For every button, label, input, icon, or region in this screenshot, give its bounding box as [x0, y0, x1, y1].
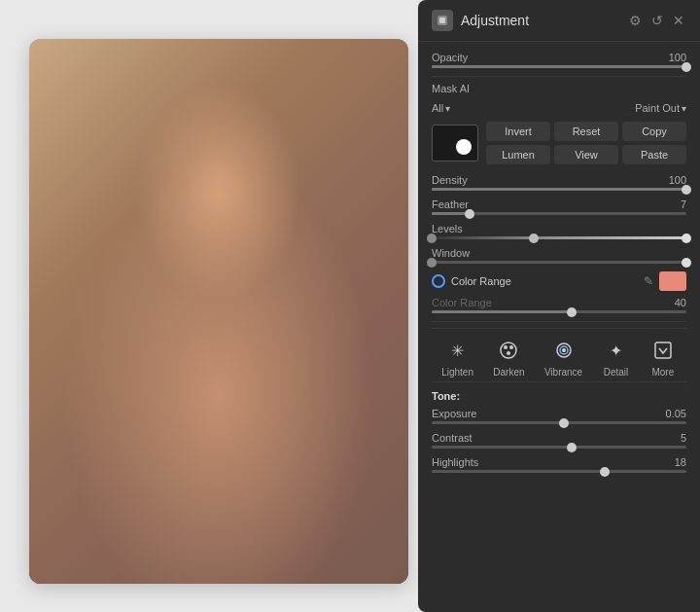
contrast-header: Contrast 5	[432, 432, 686, 444]
feather-thumb[interactable]	[465, 209, 474, 219]
density-label: Density	[432, 174, 490, 186]
highlights-section: Highlights 18	[432, 456, 686, 473]
tool-lighten[interactable]: ✳ Lighten	[441, 337, 473, 378]
mask-ai-label: Mask AI	[432, 83, 470, 94]
settings-button[interactable]: ⚙	[627, 11, 644, 30]
tone-section: Tone: Exposure 0.05 Contrast 5	[432, 390, 686, 473]
refresh-button[interactable]: ↺	[649, 11, 665, 30]
feather-section: Feather 7	[432, 198, 686, 215]
paste-button[interactable]: Paste	[622, 145, 686, 164]
opacity-header: Opacity 100	[432, 52, 686, 63]
svg-point-5	[507, 351, 510, 355]
divider-2	[432, 321, 686, 322]
contrast-slider[interactable]	[432, 446, 686, 449]
pencil-icon[interactable]: ✎	[644, 274, 653, 288]
levels-thumb-right[interactable]	[682, 234, 691, 243]
panel-content: Opacity 100 Mask AI All Paint Out	[418, 42, 700, 612]
contrast-thumb[interactable]	[567, 443, 577, 452]
opacity-thumb[interactable]	[682, 62, 691, 72]
detail-label: Detail	[604, 367, 629, 378]
density-fill	[432, 188, 686, 191]
window-thumb-right[interactable]	[682, 258, 691, 268]
opacity-section: Opacity 100	[432, 52, 686, 68]
opacity-track	[432, 65, 686, 68]
color-range-track	[432, 310, 686, 313]
mask-all-dropdown[interactable]: All	[432, 102, 450, 114]
density-section: Density 100	[432, 174, 686, 191]
vibrance-icon	[550, 337, 578, 364]
density-thumb[interactable]	[682, 185, 691, 195]
svg-point-2	[501, 342, 516, 358]
color-swatch[interactable]	[659, 271, 686, 291]
color-range-indicator	[432, 274, 445, 288]
detail-icon: ✦	[603, 337, 630, 364]
exposure-track	[432, 421, 686, 424]
feather-slider[interactable]	[432, 212, 686, 215]
levels-thumb-mid[interactable]	[529, 234, 539, 243]
exposure-slider[interactable]	[432, 421, 686, 424]
levels-label: Levels	[432, 223, 490, 234]
contrast-value: 5	[681, 432, 686, 444]
darken-label: Darken	[493, 367, 524, 378]
color-range-thumb[interactable]	[567, 307, 577, 317]
mask-paintout-dropdown[interactable]: Paint Out	[635, 102, 686, 114]
highlights-label: Highlights	[432, 456, 490, 468]
color-range-slider[interactable]	[432, 310, 686, 313]
view-button[interactable]: View	[554, 145, 618, 164]
svg-point-3	[504, 345, 508, 349]
feather-track	[432, 212, 686, 215]
panel-icon	[432, 10, 453, 31]
window-header: Window	[432, 247, 686, 259]
panel-header: Adjustment ⚙ ↺ ✕	[418, 0, 700, 42]
highlights-header: Highlights 18	[432, 456, 686, 468]
highlights-value: 18	[675, 456, 686, 468]
exposure-header: Exposure 0.05	[432, 408, 686, 419]
window-label: Window	[432, 247, 490, 259]
levels-thumb-left[interactable]	[427, 234, 437, 243]
close-button[interactable]: ✕	[671, 11, 686, 30]
mask-ai-controls: Invert Reset Copy Lumen View Paste	[432, 122, 686, 164]
contrast-label: Contrast	[432, 432, 490, 444]
levels-slider[interactable]	[432, 236, 686, 239]
exposure-value: 0.05	[666, 408, 686, 419]
mask-buttons: Invert Reset Copy Lumen View Paste	[486, 122, 686, 164]
tool-vibrance[interactable]: Vibrance	[544, 337, 582, 378]
svg-point-4	[509, 345, 513, 349]
window-thumb-left[interactable]	[427, 258, 437, 268]
mask-dot	[456, 139, 472, 155]
window-slider[interactable]	[432, 261, 686, 264]
tools-row: ✳ Lighten Darken	[432, 328, 686, 382]
color-range-row: Color Range ✎	[432, 271, 686, 291]
highlights-track	[432, 470, 686, 473]
tool-more[interactable]: More	[649, 337, 677, 378]
vibrance-label: Vibrance	[544, 367, 582, 378]
header-actions: ⚙ ↺ ✕	[627, 11, 686, 30]
highlights-slider[interactable]	[432, 470, 686, 473]
svg-rect-9	[655, 342, 671, 358]
invert-button[interactable]: Invert	[486, 122, 550, 141]
reset-button[interactable]: Reset	[554, 122, 618, 141]
exposure-thumb[interactable]	[559, 418, 569, 428]
panel-title: Adjustment	[461, 13, 619, 28]
lighten-label: Lighten	[441, 367, 473, 378]
tool-detail[interactable]: ✦ Detail	[603, 337, 630, 378]
darken-icon	[495, 337, 522, 364]
copy-button[interactable]: Copy	[622, 122, 686, 141]
exposure-section: Exposure 0.05	[432, 408, 686, 424]
density-track	[432, 188, 686, 191]
color-range-label: Color Range	[451, 275, 638, 287]
color-range-section: Color Range 40	[432, 297, 686, 313]
feather-label: Feather	[432, 198, 490, 210]
opacity-slider[interactable]	[432, 65, 686, 68]
divider-1	[432, 76, 686, 77]
color-range-header: Color Range 40	[432, 297, 686, 308]
density-slider[interactable]	[432, 188, 686, 191]
exposure-label: Exposure	[432, 408, 490, 419]
levels-section: Levels	[432, 223, 686, 239]
highlights-thumb[interactable]	[600, 467, 610, 477]
mask-ai-section: Mask AI All Paint Out Invert Reset Copy	[432, 83, 686, 164]
tone-header: Tone:	[432, 390, 686, 402]
tool-darken[interactable]: Darken	[493, 337, 524, 378]
mask-thumbnail	[432, 125, 478, 162]
lumen-button[interactable]: Lumen	[486, 145, 550, 164]
